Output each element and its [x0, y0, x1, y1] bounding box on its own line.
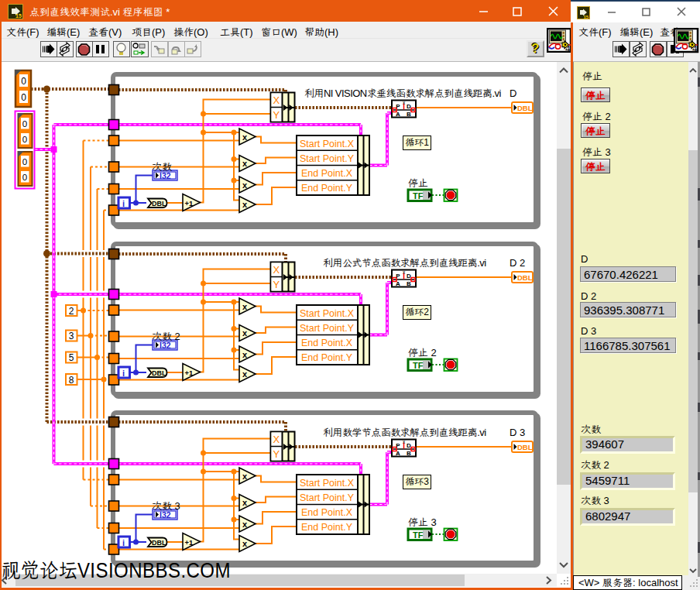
- svg-text:0: 0: [21, 92, 26, 103]
- svg-text:x: x: [242, 180, 248, 190]
- svg-text:D: D: [407, 103, 411, 110]
- svg-text:2: 2: [69, 306, 74, 317]
- svg-text:A: A: [396, 450, 400, 457]
- svg-text:X: X: [273, 434, 280, 445]
- svg-text:i: i: [122, 369, 125, 378]
- svg-text:i: i: [122, 199, 125, 208]
- svg-text:DBL: DBL: [517, 104, 533, 112]
- svg-text:0: 0: [22, 173, 27, 182]
- svg-text:End Point.Y: End Point.Y: [301, 522, 353, 533]
- svg-text:4: 4: [692, 44, 698, 53]
- svg-text:Start Point.X: Start Point.X: [300, 478, 355, 489]
- svg-text:x: x: [242, 369, 248, 379]
- svg-text:B: B: [407, 450, 411, 457]
- svg-text:DBL: DBL: [152, 539, 166, 547]
- svg-text:End Point.X: End Point.X: [301, 507, 353, 518]
- svg-text:+1: +1: [185, 369, 194, 377]
- svg-text:Y: Y: [273, 448, 280, 460]
- svg-text:Start Point.Y: Start Point.Y: [300, 153, 355, 164]
- svg-text:x: x: [242, 132, 248, 142]
- svg-text:x: x: [242, 520, 248, 529]
- svg-text:x: x: [242, 159, 248, 168]
- svg-text:DBL: DBL: [152, 200, 166, 208]
- svg-text:0: 0: [22, 157, 27, 166]
- svg-text:End Point.X: End Point.X: [301, 168, 353, 179]
- svg-text:X: X: [273, 94, 280, 106]
- svg-text:x: x: [242, 539, 248, 548]
- svg-text:x: x: [242, 328, 248, 338]
- svg-text:Y: Y: [273, 279, 280, 290]
- svg-text:A: A: [396, 111, 400, 118]
- svg-text:TF: TF: [413, 530, 424, 540]
- svg-text:P: P: [396, 442, 400, 449]
- svg-text:15: 15: [15, 13, 22, 19]
- svg-text:Start Point.Y: Start Point.Y: [300, 492, 355, 503]
- svg-text:x: x: [242, 350, 248, 359]
- svg-text:Start Point.X: Start Point.X: [300, 308, 355, 319]
- svg-text:0: 0: [22, 119, 27, 129]
- svg-text:Y: Y: [273, 109, 280, 121]
- svg-text:A: A: [396, 280, 400, 287]
- svg-text:5: 5: [69, 352, 74, 363]
- svg-text:x: x: [242, 302, 248, 311]
- svg-text:x: x: [242, 498, 248, 507]
- svg-text:End Point.X: End Point.X: [301, 338, 353, 348]
- svg-text:3: 3: [69, 331, 74, 341]
- svg-text:x: x: [242, 200, 248, 209]
- svg-text:B: B: [407, 111, 411, 118]
- svg-text:+1: +1: [185, 538, 194, 547]
- svg-text:End Point.Y: End Point.Y: [301, 183, 353, 194]
- svg-text:D: D: [407, 442, 411, 449]
- svg-text:Start Point.Y: Start Point.Y: [300, 323, 355, 334]
- svg-text:TF: TF: [413, 191, 424, 201]
- svg-text:0: 0: [22, 135, 27, 144]
- svg-text:B: B: [407, 280, 411, 287]
- svg-text:8: 8: [69, 375, 74, 386]
- svg-text:i: i: [122, 538, 125, 547]
- svg-text:Start Point.X: Start Point.X: [300, 139, 355, 149]
- svg-text:DBL: DBL: [517, 443, 533, 451]
- svg-text:DBL: DBL: [152, 369, 166, 377]
- svg-text:DBL: DBL: [517, 273, 533, 282]
- svg-text:End Point.Y: End Point.Y: [301, 352, 353, 363]
- svg-text:P: P: [396, 103, 400, 110]
- svg-text:0: 0: [21, 76, 26, 87]
- svg-text:+1: +1: [185, 199, 194, 208]
- svg-text:TF: TF: [413, 361, 424, 370]
- svg-text:P: P: [396, 273, 400, 280]
- svg-text:X: X: [273, 264, 280, 276]
- svg-text:x: x: [242, 472, 248, 481]
- svg-text:D: D: [407, 273, 411, 280]
- svg-text:15: 15: [584, 15, 589, 19]
